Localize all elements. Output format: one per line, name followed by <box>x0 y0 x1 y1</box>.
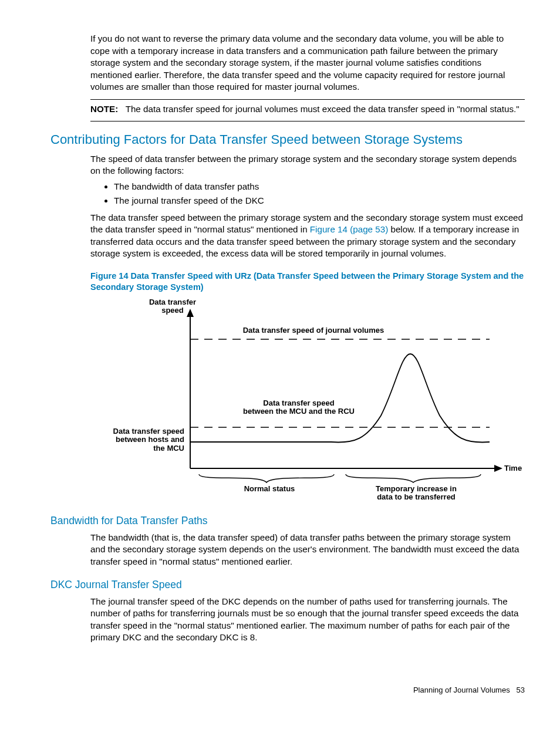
label-mcu-rcu: Data transfer speedbetween the MCU and t… <box>225 399 372 416</box>
label-journal-volumes: Data transfer speed of journal volumes <box>220 326 407 335</box>
x-axis-label: Time <box>504 464 522 472</box>
list-item: The bandwidth of data transfer paths <box>114 181 525 193</box>
footer-section-title: Planning of Journal Volumes <box>413 686 510 694</box>
label-temporary-increase: Temporary increase indata to be transfer… <box>360 485 472 502</box>
dkc-paragraph: The journal transfer speed of the DKC de… <box>90 596 525 644</box>
note-rule-top <box>90 99 525 100</box>
heading-bandwidth: Bandwidth for Data Transfer Paths <box>50 514 525 528</box>
label-normal-status: Normal status <box>234 485 305 493</box>
figure-14-link[interactable]: Figure 14 (page 53) <box>310 224 388 234</box>
figure-14-caption: Figure 14 Data Transfer Speed with URz (… <box>90 271 525 293</box>
list-item: The journal transfer speed of the DKC <box>114 195 525 207</box>
note-block: NOTE: The data transfer speed for journa… <box>90 103 525 116</box>
note-rule-bottom <box>90 121 525 121</box>
factor-list: The bandwidth of data transfer paths The… <box>90 181 525 207</box>
bandwidth-paragraph: The bandwidth (that is, the data transfe… <box>90 532 525 568</box>
contrib-p2: The data transfer speed between the prim… <box>90 212 525 260</box>
label-hosts-mcu: Data transfer speedbetween hosts andthe … <box>90 427 184 453</box>
heading-dkc-journal: DKC Journal Transfer Speed <box>50 578 525 592</box>
contrib-p1: The speed of data transfer between the p… <box>90 153 525 177</box>
note-text: The data transfer speed for journal volu… <box>126 104 519 114</box>
y-axis-label: Data transferspeed <box>140 298 205 315</box>
page-footer: Planning of Journal Volumes 53 <box>50 685 525 696</box>
figure-14-chart: Data transferspeed Data transfer speed o… <box>90 298 525 504</box>
heading-contributing-factors: Contributing Factors for Data Transfer S… <box>50 131 525 148</box>
intro-paragraph: If you do not want to reverse the primar… <box>90 33 525 93</box>
page-number: 53 <box>517 686 525 694</box>
note-label: NOTE: <box>90 104 118 114</box>
